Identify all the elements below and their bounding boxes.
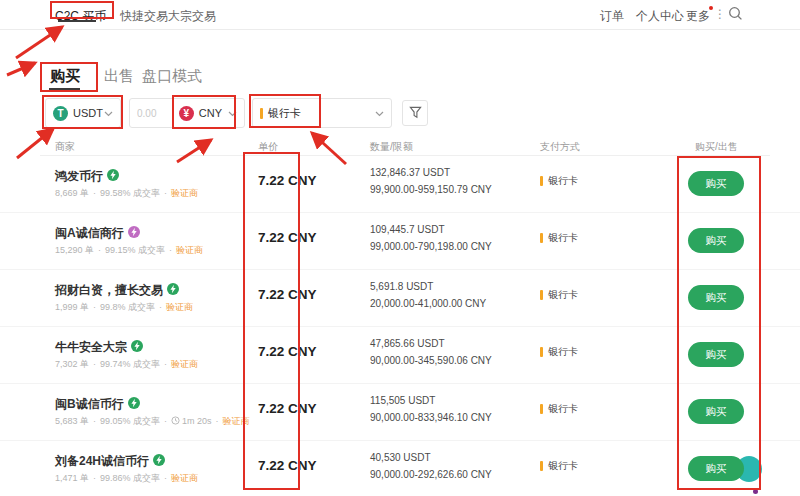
verified-merchant-tag[interactable]: 验证商 xyxy=(166,302,193,312)
verified-badge-icon xyxy=(167,283,179,295)
annotation-arrow-usdt xyxy=(17,129,53,158)
verified-badge-icon xyxy=(153,454,165,466)
coin-select-value: USDT xyxy=(73,107,103,119)
verified-merchant-tag[interactable]: 验证商 xyxy=(223,416,250,426)
chevron-down-icon xyxy=(104,107,113,119)
decorative-dot xyxy=(753,489,758,494)
funnel-icon xyxy=(409,106,422,121)
buy-button[interactable]: 购买 xyxy=(688,342,744,367)
top-nav: C2C 买币 快捷交易 大宗交易 订单 个人中心 更多 ⋮ xyxy=(0,0,800,30)
nav-item-c2c-buy[interactable]: C2C 买币 xyxy=(55,8,106,25)
merchant-name[interactable]: 鸿发币行 xyxy=(55,168,119,185)
order-count: 5,683 单 xyxy=(55,416,89,426)
completion-rate: 99.05% 成交率 xyxy=(100,416,160,426)
nav-item-block-trade[interactable]: 大宗交易 xyxy=(168,8,216,25)
buy-button[interactable]: 购买 xyxy=(688,399,744,424)
annotation-arrow-c2c xyxy=(16,27,62,58)
order-limit: 99,000.00-790,198.00 CNY xyxy=(370,241,492,252)
nav-more-link[interactable]: 更多 xyxy=(686,8,710,25)
order-count: 15,290 单 xyxy=(55,245,94,255)
payment-method-select[interactable]: 银行卡 xyxy=(252,98,392,128)
bank-card-icon xyxy=(540,233,543,243)
nav-orders-link[interactable]: 订单 xyxy=(600,8,624,25)
bank-card-icon xyxy=(540,347,543,357)
order-count: 7,302 单 xyxy=(55,359,89,369)
payment-select-value: 银行卡 xyxy=(268,106,301,121)
merchant-stats: 15,290 单·99.15% 成交率··验证商 xyxy=(55,244,203,257)
unit-price: 7.22 CNY xyxy=(258,287,317,302)
bank-card-icon xyxy=(540,290,543,300)
unit-price: 7.22 CNY xyxy=(258,458,317,473)
table-row: 刘备24H诚信币行 1,471 单·99.86% 成交率··验证商 7.22 C… xyxy=(0,441,800,496)
order-limit: 20,000.00-41,000.00 CNY xyxy=(370,298,486,309)
verified-merchant-tag[interactable]: 验证商 xyxy=(176,245,203,255)
tab-orderbook-mode[interactable]: 盘口模式 xyxy=(142,67,202,86)
col-header-merchant: 商家 xyxy=(55,140,75,154)
available-amount: 40,530 USDT xyxy=(370,452,431,463)
completion-rate: 99.74% 成交率 xyxy=(100,359,160,369)
table-row: 闽B诚信币行 5,683 单·99.05% 成交率·1m 20s·验证商 7.2… xyxy=(0,384,800,441)
bank-card-icon xyxy=(540,176,543,186)
buy-button[interactable]: 购买 xyxy=(688,171,744,196)
completion-rate: 99.58% 成交率 xyxy=(100,188,160,198)
nav-profile-link[interactable]: 个人中心 xyxy=(636,8,684,25)
coin-select[interactable]: T USDT xyxy=(45,98,121,128)
tab-buy[interactable]: 购买 xyxy=(50,67,80,86)
order-count: 1,471 单 xyxy=(55,473,89,483)
avg-release-time: 1m 20s xyxy=(182,416,212,426)
c2c-trading-page: C2C 买币 快捷交易 大宗交易 订单 个人中心 更多 ⋮ 购买 出售 盘口模式… xyxy=(0,0,800,496)
offer-list: 鸿发币行 8,669 单·99.58% 成交率··验证商 7.22 CNY 13… xyxy=(0,156,800,496)
payment-method: 银行卡 xyxy=(540,174,578,188)
nav-item-quick-trade[interactable]: 快捷交易 xyxy=(120,8,168,25)
completion-rate: 99.86% 成交率 xyxy=(100,473,160,483)
table-row: 招财白资，擅长交易 1,999 单·99.8% 成交率··验证商 7.22 CN… xyxy=(0,270,800,327)
order-limit: 90,000.00-345,590.06 CNY xyxy=(370,355,492,366)
col-header-price: 单价 xyxy=(258,140,278,154)
buy-button[interactable]: 购买 xyxy=(688,285,744,310)
merchant-name[interactable]: 闽B诚信币行 xyxy=(55,396,140,413)
more-vertical-icon[interactable]: ⋮ xyxy=(714,7,726,21)
available-amount: 132,846.37 USDT xyxy=(370,167,450,178)
chevron-down-icon[interactable] xyxy=(228,107,237,119)
verified-badge-icon xyxy=(131,340,143,352)
available-amount: 47,865.66 USDT xyxy=(370,338,445,349)
verified-badge-icon xyxy=(128,226,140,238)
buy-button[interactable]: 购买 xyxy=(688,456,744,481)
merchant-name[interactable]: 招财白资，擅长交易 xyxy=(55,282,179,299)
nav-active-underline xyxy=(58,20,96,22)
order-count: 8,669 单 xyxy=(55,188,89,198)
verified-merchant-tag[interactable]: 验证商 xyxy=(171,188,198,198)
merchant-stats: 1,999 单·99.8% 成交率··验证商 xyxy=(55,301,193,314)
available-amount: 115,505 USDT xyxy=(370,395,435,406)
completion-rate: 99.15% 成交率 xyxy=(105,245,165,255)
chevron-down-icon xyxy=(375,107,384,119)
verified-merchant-tag[interactable]: 验证商 xyxy=(171,359,198,369)
filter-button[interactable] xyxy=(402,100,428,126)
payment-method: 银行卡 xyxy=(540,231,578,245)
bank-card-icon xyxy=(540,461,543,471)
merchant-stats: 8,669 单·99.58% 成交率··验证商 xyxy=(55,187,198,200)
search-icon[interactable] xyxy=(728,6,743,25)
fiat-select-value[interactable]: CNY xyxy=(199,107,222,119)
bank-card-icon xyxy=(260,108,263,119)
buy-button[interactable]: 购买 xyxy=(688,228,744,253)
merchant-name[interactable]: 闽A诚信商行 xyxy=(55,225,140,242)
bank-card-icon xyxy=(540,404,543,414)
col-header-amount-limit: 数量/限额 xyxy=(370,140,413,154)
merchant-name[interactable]: 牛牛安全大宗 xyxy=(55,339,143,356)
table-row: 牛牛安全大宗 7,302 单·99.74% 成交率··验证商 7.22 CNY … xyxy=(0,327,800,384)
verified-badge-icon xyxy=(107,169,119,181)
payment-method: 银行卡 xyxy=(540,459,578,473)
available-amount: 5,691.8 USDT xyxy=(370,281,433,292)
tab-sell[interactable]: 出售 xyxy=(104,67,134,86)
merchant-name[interactable]: 刘备24H诚信币行 xyxy=(55,453,165,470)
merchant-stats: 1,471 单·99.86% 成交率··验证商 xyxy=(55,472,198,485)
payment-method: 银行卡 xyxy=(540,345,578,359)
order-count: 1,999 单 xyxy=(55,302,89,312)
amount-input[interactable] xyxy=(137,108,175,119)
available-amount: 109,445.7 USDT xyxy=(370,224,445,235)
amount-filter-group: ¥ CNY xyxy=(129,98,245,128)
col-header-buy-sell: 购买/出售 xyxy=(695,140,738,154)
unit-price: 7.22 CNY xyxy=(258,344,317,359)
verified-merchant-tag[interactable]: 验证商 xyxy=(171,473,198,483)
